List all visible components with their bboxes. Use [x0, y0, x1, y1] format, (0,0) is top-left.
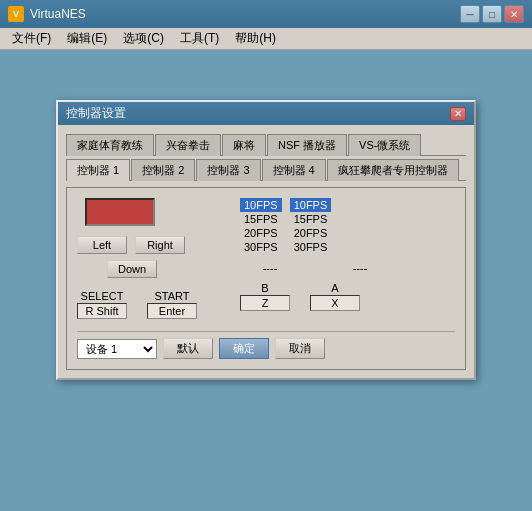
fps-col1-item-3[interactable]: 30FPS: [240, 240, 282, 254]
menu-bar: 文件(F) 编辑(E) 选项(C) 工具(T) 帮助(H): [0, 28, 532, 50]
maximize-button[interactable]: □: [482, 5, 502, 23]
menu-tools[interactable]: 工具(T): [172, 28, 227, 49]
tab-outer-boxing[interactable]: 兴奋拳击: [155, 134, 221, 156]
window-title: VirtuaNES: [30, 7, 460, 21]
inner-tab-strip: 控制器 1 控制器 2 控制器 3 控制器 4 疯狂攀爬者专用控制器: [66, 158, 466, 181]
fps-col-1: 10FPS 15FPS 20FPS 30FPS: [240, 198, 282, 254]
start-key: Enter: [147, 303, 197, 319]
menu-file[interactable]: 文件(F): [4, 28, 59, 49]
controller-settings-dialog: 控制器设置 ✕ 家庭体育教练 兴奋拳击 麻将 NSF 播放器 VS-微系统 控制…: [56, 100, 476, 380]
cancel-button[interactable]: 取消: [275, 338, 325, 359]
tab-outer-vs[interactable]: VS-微系统: [348, 134, 421, 156]
start-label: START: [154, 290, 189, 302]
blank-row: ---- ----: [240, 262, 455, 274]
app-icon: V: [8, 6, 24, 22]
blank-2: ----: [330, 262, 390, 274]
fps-col2-item-2[interactable]: 20FPS: [290, 226, 332, 240]
select-start-section: SELECT R Shift START Enter: [77, 290, 232, 319]
title-bar: V VirtuaNES ─ □ ✕: [0, 0, 532, 28]
tab-controller-1[interactable]: 控制器 1: [66, 159, 130, 181]
close-button[interactable]: ✕: [504, 5, 524, 23]
tab-outer-mahjong[interactable]: 麻将: [222, 134, 266, 156]
fps-col1-item-2[interactable]: 20FPS: [240, 226, 282, 240]
bottom-row: 设备 1 默认 确定 取消: [77, 331, 455, 359]
device-select[interactable]: 设备 1: [77, 339, 157, 359]
down-button[interactable]: Down: [107, 260, 157, 278]
tab-controller-crazy[interactable]: 疯狂攀爬者专用控制器: [327, 159, 459, 181]
dialog-content: 家庭体育教练 兴奋拳击 麻将 NSF 播放器 VS-微系统 控制器 1 控制器 …: [58, 125, 474, 378]
ok-button[interactable]: 确定: [219, 338, 269, 359]
lr-row: Left Right: [77, 236, 232, 254]
controller-panel: Left Right Down SELECT R Shift: [66, 187, 466, 370]
b-key: Z: [240, 295, 290, 311]
fps-col1-item-0[interactable]: 10FPS: [240, 198, 282, 212]
key-display-box: [85, 198, 155, 226]
start-item: START Enter: [147, 290, 197, 319]
outer-tab-strip: 家庭体育教练 兴奋拳击 麻将 NSF 播放器 VS-微系统: [66, 133, 466, 156]
dialog-close-button[interactable]: ✕: [450, 107, 466, 121]
fps-col-2: 10FPS 15FPS 20FPS 30FPS: [290, 198, 332, 254]
ba-section: B Z A X: [240, 282, 455, 311]
fps-col2-item-1[interactable]: 15FPS: [290, 212, 332, 226]
right-button[interactable]: Right: [135, 236, 185, 254]
down-row: Down: [107, 260, 232, 278]
select-item: SELECT R Shift: [77, 290, 127, 319]
fps-col2-item-3[interactable]: 30FPS: [290, 240, 332, 254]
main-grid: Left Right Down SELECT R Shift: [77, 198, 455, 319]
a-key: X: [310, 295, 360, 311]
main-area: 控制器设置 ✕ 家庭体育教练 兴奋拳击 麻将 NSF 播放器 VS-微系统 控制…: [0, 50, 532, 511]
b-item: B Z: [240, 282, 290, 311]
right-section: 10FPS 15FPS 20FPS 30FPS 10FPS 15FPS 20FP…: [240, 198, 455, 319]
left-button[interactable]: Left: [77, 236, 127, 254]
menu-help[interactable]: 帮助(H): [227, 28, 284, 49]
select-label: SELECT: [81, 290, 124, 302]
menu-edit[interactable]: 编辑(E): [59, 28, 115, 49]
dialog-title-bar: 控制器设置 ✕: [58, 102, 474, 125]
tab-controller-3[interactable]: 控制器 3: [196, 159, 260, 181]
fps-area: 10FPS 15FPS 20FPS 30FPS 10FPS 15FPS 20FP…: [240, 198, 455, 254]
fps-col2-item-0[interactable]: 10FPS: [290, 198, 332, 212]
tab-controller-2[interactable]: 控制器 2: [131, 159, 195, 181]
minimize-button[interactable]: ─: [460, 5, 480, 23]
dialog-title-text: 控制器设置: [66, 105, 126, 122]
tab-outer-sports[interactable]: 家庭体育教练: [66, 134, 154, 156]
tab-outer-nsf[interactable]: NSF 播放器: [267, 134, 347, 156]
default-button[interactable]: 默认: [163, 338, 213, 359]
select-key: R Shift: [77, 303, 127, 319]
fps-col1-item-1[interactable]: 15FPS: [240, 212, 282, 226]
b-label: B: [261, 282, 268, 294]
menu-options[interactable]: 选项(C): [115, 28, 172, 49]
a-item: A X: [310, 282, 360, 311]
dpad-section: Left Right Down SELECT R Shift: [77, 198, 232, 319]
window-controls: ─ □ ✕: [460, 5, 524, 23]
a-label: A: [331, 282, 338, 294]
tab-controller-4[interactable]: 控制器 4: [262, 159, 326, 181]
blank-1: ----: [240, 262, 300, 274]
